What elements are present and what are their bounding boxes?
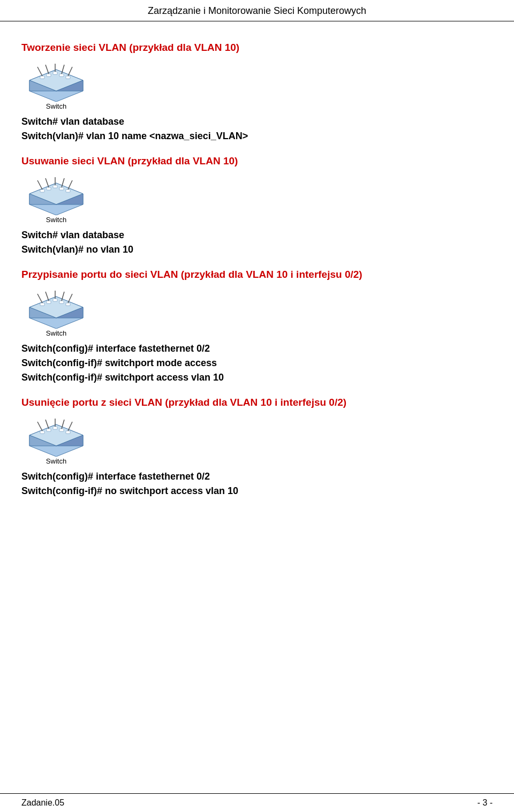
section-heading-create-vlan: Tworzenie sieci VLAN (przykład dla VLAN …: [21, 42, 493, 54]
section-heading-assign-port: Przypisanie portu do sieci VLAN (przykła…: [21, 269, 493, 280]
switch-block-remove-port: Switch Switch(config)# interface fasteth…: [21, 414, 493, 500]
commands-delete-vlan: Switch# vlan database Switch(vlan)# no v…: [21, 228, 133, 257]
svg-rect-6: [53, 72, 57, 74]
commands-assign-port: Switch(config)# interface fastethernet 0…: [21, 342, 224, 385]
switch-block-assign-port: Switch Switch(config)# interface fasteth…: [21, 286, 493, 387]
svg-rect-46: [40, 431, 44, 434]
page-content: Tworzenie sieci VLAN (przykład dla VLAN …: [0, 21, 514, 536]
svg-rect-4: [40, 76, 44, 79]
svg-line-10: [46, 65, 49, 74]
command-assign-port-1: Switch(config)# interface fastethernet 0…: [21, 342, 224, 356]
command-delete-vlan-1: Switch# vlan database: [21, 228, 133, 242]
section-heading-delete-vlan: Usuwanie sieci VLAN (przykład dla VLAN 1…: [21, 155, 493, 167]
svg-rect-8: [66, 76, 70, 79]
switch-image-remove-port: Switch: [21, 414, 91, 465]
svg-rect-47: [47, 429, 51, 431]
switch-image-delete-vlan: Switch: [21, 172, 91, 224]
switch-icon-assign-port: [21, 286, 91, 329]
switch-icon-delete-vlan: [21, 172, 91, 215]
svg-line-27: [68, 180, 72, 189]
svg-line-23: [37, 180, 42, 189]
commands-remove-port: Switch(config)# interface fastethernet 0…: [21, 469, 238, 498]
svg-rect-48: [53, 427, 57, 429]
svg-line-41: [68, 294, 72, 303]
svg-rect-49: [59, 429, 64, 431]
svg-line-38: [46, 292, 49, 301]
switch-label-remove-port: Switch: [46, 457, 66, 465]
svg-rect-34: [53, 299, 57, 301]
svg-rect-36: [66, 303, 70, 306]
section-remove-port: Usunięcie portu z sieci VLAN (przykład d…: [21, 397, 493, 500]
command-create-vlan-1: Switch# vlan database: [21, 115, 248, 129]
command-assign-port-3: Switch(config-if)# switchport access vla…: [21, 370, 224, 385]
svg-rect-20: [53, 185, 57, 188]
svg-line-9: [37, 67, 42, 76]
section-assign-port: Przypisanie portu do sieci VLAN (przykła…: [21, 269, 493, 387]
switch-image-assign-port: Switch: [21, 286, 91, 337]
svg-line-37: [37, 294, 42, 303]
commands-create-vlan: Switch# vlan database Switch(vlan)# vlan…: [21, 115, 248, 143]
svg-rect-33: [47, 301, 51, 303]
svg-rect-7: [59, 74, 64, 77]
switch-label-assign-port: Switch: [46, 329, 66, 337]
section-heading-remove-port: Usunięcie portu z sieci VLAN (przykład d…: [21, 397, 493, 408]
section-delete-vlan: Usuwanie sieci VLAN (przykład dla VLAN 1…: [21, 155, 493, 259]
svg-rect-50: [66, 431, 70, 434]
svg-line-13: [68, 67, 72, 76]
switch-icon-remove-port: [21, 414, 91, 457]
command-assign-port-2: Switch(config-if)# switchport mode acces…: [21, 356, 224, 370]
svg-line-24: [46, 178, 49, 187]
switch-label-create-vlan: Switch: [46, 102, 66, 110]
svg-line-55: [68, 422, 72, 431]
command-remove-port-2: Switch(config-if)# no switchport access …: [21, 484, 238, 498]
section-create-vlan: Tworzenie sieci VLAN (przykład dla VLAN …: [21, 42, 493, 146]
svg-rect-5: [47, 74, 51, 77]
switch-block-delete-vlan: Switch Switch# vlan database Switch(vlan…: [21, 172, 493, 259]
page-header: Zarządzanie i Monitorowanie Sieci Komput…: [0, 0, 514, 21]
switch-image-create-vlan: Switch: [21, 59, 91, 110]
footer-page-number: - 3 -: [478, 798, 493, 808]
svg-rect-22: [66, 189, 70, 192]
svg-line-52: [46, 420, 49, 429]
switch-icon-create-vlan: [21, 59, 91, 102]
svg-line-51: [37, 422, 42, 431]
page-footer: Zadanie.05 - 3 -: [0, 793, 514, 812]
svg-rect-35: [59, 301, 64, 303]
page-title: Zarządzanie i Monitorowanie Sieci Komput…: [148, 5, 366, 16]
svg-rect-19: [47, 187, 51, 190]
svg-rect-32: [40, 303, 44, 306]
switch-block-create-vlan: Switch Switch# vlan database Switch(vlan…: [21, 59, 493, 146]
svg-rect-21: [59, 187, 64, 190]
switch-label-delete-vlan: Switch: [46, 216, 66, 224]
footer-filename: Zadanie.05: [21, 798, 64, 808]
command-remove-port-1: Switch(config)# interface fastethernet 0…: [21, 469, 238, 484]
command-delete-vlan-2: Switch(vlan)# no vlan 10: [21, 242, 133, 257]
command-create-vlan-2: Switch(vlan)# vlan 10 name <nazwa_sieci_…: [21, 129, 248, 143]
svg-rect-18: [40, 189, 44, 192]
